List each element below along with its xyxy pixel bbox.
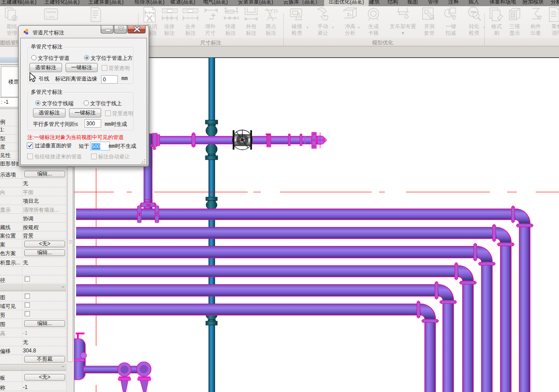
svg-text:h: h	[350, 13, 352, 17]
svg-text:D: D	[274, 7, 278, 14]
svg-text:1:200: 1:200	[46, 15, 55, 19]
svg-text:name: name	[46, 10, 56, 14]
